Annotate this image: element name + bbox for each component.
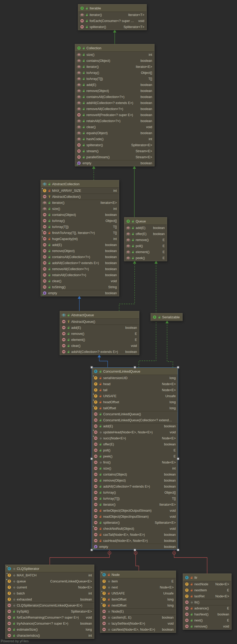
member-concurrentlinkedqueue[interactable]: mConcurrentLinkedQueue()	[92, 411, 178, 417]
inner-class-anchor[interactable]	[108, 551, 111, 554]
member-size[interactable]: msize()int	[92, 465, 178, 471]
class-box-iterable[interactable]: IIterablemiterator()Iterator<T>mforEach(…	[78, 4, 147, 30]
edge-clq-extends-abstractqueue[interactable]	[99, 354, 108, 367]
member-advance[interactable]: madvance()E	[183, 605, 231, 611]
selection-handle[interactable]	[91, 366, 93, 369]
member-add-e[interactable]: madd(E)boolean	[124, 225, 167, 231]
member-characteristics[interactable]: mcharacteristics()int	[5, 632, 94, 638]
member-updatehead-node-e-node-e[interactable]: m*updateHead(Node<E>, Node<E>)void	[92, 429, 178, 435]
member-batch[interactable]: fbatchint	[5, 590, 94, 596]
member-castail-node-e-node-e[interactable]: mcasTail(Node<E>, Node<E>)boolean	[92, 532, 178, 538]
class-box-serializable[interactable]: ISerializable	[151, 313, 183, 321]
member-clear[interactable]: mclear()void	[75, 124, 154, 130]
inner-class-anchor[interactable]	[134, 551, 137, 554]
member-item[interactable]: fitemE	[100, 578, 176, 584]
member-concurrentlinkedqueue-collection-extends-e[interactable]: mConcurrentLinkedQueue(Collection<? exte…	[92, 417, 178, 423]
class-box-itr[interactable]: CItrfnextNodeNode<E>fnextItemEflastRetNo…	[183, 574, 232, 630]
member-max-array-size[interactable]: f*MAX_ARRAY_SIZEint	[41, 188, 119, 194]
member-empty[interactable]: pemptyboolean	[75, 160, 154, 166]
member-poll[interactable]: mpoll()E	[124, 243, 167, 249]
member-addall-collection-extends-e[interactable]: maddAll(Collection<? extends E>)boolean	[75, 100, 154, 106]
member-offer-e[interactable]: moffer(E)boolean	[124, 231, 167, 237]
member-readobject-objectinputstream[interactable]: mreadObject(ObjectInputStream)void	[92, 514, 178, 520]
member-remove[interactable]: mremove()void	[183, 623, 231, 629]
member-parallelstream[interactable]: mparallelStream()Stream<E>	[75, 154, 154, 160]
member-tryadvance-consumer-super-e[interactable]: mtryAdvance(Consumer<? super E>)boolean	[5, 620, 94, 626]
member-remove[interactable]: mremove()E	[124, 237, 167, 243]
member-addall-collection-extends-e[interactable]: maddAll(Collection<? extends E>)boolean	[41, 260, 119, 266]
member-containsall-collection[interactable]: mcontainsAll(Collection<?>)boolean	[75, 94, 154, 100]
member-stream[interactable]: mstream()Stream<E>	[75, 148, 154, 154]
member-trysplit[interactable]: mtrySplit()Spliterator<E>	[5, 608, 94, 614]
member-add-e[interactable]: madd(E)boolean	[92, 423, 178, 429]
member-peek[interactable]: mpeek()E	[92, 453, 178, 459]
edge-clq-inner-node[interactable]	[136, 554, 139, 571]
member-peek[interactable]: mpeek()E	[124, 255, 167, 261]
member-tailoffset[interactable]: f*tailOffsetlong	[92, 405, 178, 411]
class-box-node[interactable]: C*NodefitemEfnextNode<E>f*UNSAFEUnsafef*…	[100, 571, 176, 633]
member-contains-object[interactable]: mcontains(Object)boolean	[92, 471, 178, 477]
selection-handle[interactable]	[177, 366, 179, 369]
member-contains-object[interactable]: mcontains(Object)boolean	[41, 212, 119, 218]
member-tail[interactable]: ftailNode<E>	[92, 387, 178, 393]
member-foreachremaining-consumer-super-e[interactable]: mforEachRemaining(Consumer<? super E>)vo…	[5, 614, 94, 620]
member-succ-node-e[interactable]: m*succ(Node<E>)Node<E>	[92, 435, 178, 441]
selection-handle[interactable]	[177, 457, 179, 460]
member-casnext-node-e-node-e[interactable]: mcasNext(Node<E>, Node<E>)boolean	[100, 626, 176, 632]
member-spliterator[interactable]: mspliterator()Spliterator<E>	[75, 142, 154, 148]
member-casitem-e-e[interactable]: mcasItem(E, E)boolean	[100, 614, 176, 620]
member-add-e[interactable]: madd(E)boolean	[75, 82, 154, 88]
member-iterator[interactable]: miterator()Iterator<T>	[78, 12, 146, 18]
member-tostring[interactable]: mtoString()String	[41, 284, 119, 290]
class-box-collection[interactable]: ICollectionmsize()intmcontains(Object)bo…	[75, 44, 155, 166]
member-max-batch[interactable]: f*MAX_BATCHint	[5, 572, 94, 578]
edge-clq-inner-clqspliterator[interactable]	[50, 554, 109, 565]
selection-handle[interactable]	[134, 549, 136, 551]
class-box-abstractqueue[interactable]: CAbstractQueuemAbstractQueue()madd(E)boo…	[60, 311, 139, 355]
member-remove-object[interactable]: mremove(Object)boolean	[92, 477, 178, 483]
member-add-e[interactable]: madd(E)boolean	[41, 242, 119, 248]
member-element[interactable]: melement()E	[124, 249, 167, 255]
edge-clq-inner-itr[interactable]	[174, 554, 207, 574]
member-iterator[interactable]: miterator()Iterator<E>	[75, 64, 154, 70]
member-finishtoarray-t-iterator[interactable]: m*finishToArray(T[], Iterator<?>)T[]	[41, 230, 119, 236]
member-retainall-collection[interactable]: mretainAll(Collection<?>)boolean	[75, 118, 154, 124]
member-toarray[interactable]: mtoArray()Object[]	[92, 489, 178, 495]
member-removeall-collection[interactable]: mremoveAll(Collection<?>)boolean	[41, 266, 119, 272]
class-box-abstractcollection[interactable]: CAbstractCollectionf*MAX_ARRAY_SIZEintmA…	[41, 180, 119, 296]
edge-clq-implements-serializable[interactable]	[167, 320, 173, 367]
member-next[interactable]: fnextNode<E>	[100, 584, 176, 590]
member-clear[interactable]: mclear()void	[41, 278, 119, 284]
member-add-e[interactable]: madd(E)boolean	[60, 325, 139, 331]
member-hugecapacity-int[interactable]: m*hugeCapacity(int)int	[41, 236, 119, 242]
diagram-canvas[interactable]: Powered by yFiles IIterablemiterator()It…	[0, 0, 237, 644]
member-size[interactable]: msize()int	[41, 206, 119, 212]
member-addall-collection-extends-e[interactable]: maddAll(Collection<? extends E>)boolean	[92, 483, 178, 489]
member-size[interactable]: msize()int	[75, 52, 154, 58]
member-element[interactable]: melement()E	[60, 337, 139, 343]
member-checknotnull-object[interactable]: m*checkNotNull(Object)void	[92, 526, 178, 532]
member-serialversionuid[interactable]: f*serialVersionUIDlong	[92, 375, 178, 381]
member-headoffset[interactable]: f*headOffsetlong	[92, 399, 178, 405]
member-nextitem[interactable]: fnextItemE	[183, 587, 231, 593]
member-clear[interactable]: mclear()void	[60, 343, 139, 349]
member-hasnext[interactable]: mhasNext()boolean	[183, 611, 231, 617]
member-abstractcollection[interactable]: mAbstractCollection()	[41, 194, 119, 200]
selection-handle[interactable]	[134, 366, 136, 369]
class-box-clqspliterator[interactable]: C*CLQSpliteratorf*MAX_BATCHintfqueueConc…	[5, 565, 94, 639]
member-equals-object[interactable]: mequals(Object)boolean	[75, 130, 154, 136]
class-box-queue[interactable]: IQueuemadd(E)booleanmoffer(E)booleanmrem…	[124, 217, 167, 261]
member-foreach-consumer-super-t[interactable]: mforEach(Consumer<? super T>)void	[78, 18, 146, 24]
member-addall-collection-extends-e[interactable]: maddAll(Collection<? extends E>)boolean	[60, 349, 139, 355]
member-lazysetnext-node-e[interactable]: mlazySetNext(Node<E>)void	[100, 620, 176, 626]
member-toarray[interactable]: mtoArray()Object[]	[41, 218, 119, 224]
selection-handle[interactable]	[91, 457, 93, 460]
member-remove-object[interactable]: mremove(Object)boolean	[41, 248, 119, 254]
member-estimatesize[interactable]: mestimateSize()long	[5, 626, 94, 632]
member-nextnode[interactable]: fnextNodeNode<E>	[183, 581, 231, 587]
member-toarray[interactable]: mtoArray()Object[]	[75, 70, 154, 76]
member-retainall-collection[interactable]: mretainAll(Collection<?>)boolean	[41, 272, 119, 278]
member-spliterator[interactable]: mspliterator()Spliterator<T>	[78, 24, 146, 30]
member-exhausted[interactable]: fexhaustedboolean	[5, 596, 94, 602]
member-removeall-collection[interactable]: mremoveAll(Collection<?>)boolean	[75, 106, 154, 112]
